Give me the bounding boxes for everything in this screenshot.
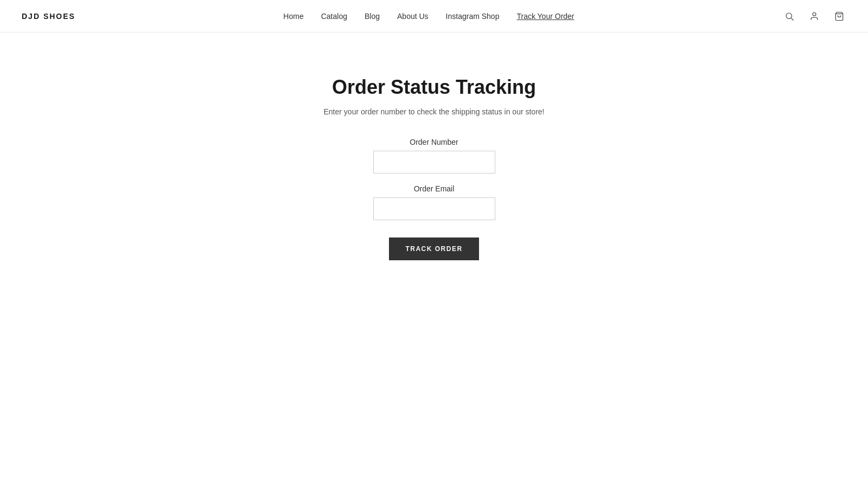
cart-button[interactable] xyxy=(832,9,846,23)
nav-about-us[interactable]: About Us xyxy=(397,12,429,21)
header: DJD SHOES Home Catalog Blog About Us Ins… xyxy=(0,0,868,33)
order-email-input[interactable] xyxy=(373,197,495,220)
main-content: Order Status Tracking Enter your order n… xyxy=(0,33,868,282)
search-button[interactable] xyxy=(782,9,796,23)
order-number-label: Order Number xyxy=(410,138,458,146)
cart-icon xyxy=(834,11,844,21)
nav-home[interactable]: Home xyxy=(283,12,303,21)
order-number-input[interactable] xyxy=(373,151,495,174)
order-email-group: Order Email xyxy=(315,184,553,220)
page-subtitle: Enter your order number to check the shi… xyxy=(324,107,545,116)
page-title: Order Status Tracking xyxy=(332,76,536,99)
nav-blog[interactable]: Blog xyxy=(365,12,380,21)
tracking-form: Order Number Order Email TRACK ORDER xyxy=(315,138,553,260)
svg-line-1 xyxy=(791,18,793,20)
header-icons xyxy=(782,9,846,23)
user-icon xyxy=(809,11,819,21)
search-icon xyxy=(784,11,794,21)
svg-point-0 xyxy=(786,13,792,19)
nav-catalog[interactable]: Catalog xyxy=(321,12,347,21)
track-order-button[interactable]: TRACK ORDER xyxy=(389,237,478,260)
login-button[interactable] xyxy=(807,9,821,23)
svg-point-2 xyxy=(813,12,816,16)
main-nav: Home Catalog Blog About Us Instagram Sho… xyxy=(283,12,574,21)
nav-track-your-order[interactable]: Track Your Order xyxy=(516,12,574,21)
order-number-group: Order Number xyxy=(315,138,553,174)
nav-instagram-shop[interactable]: Instagram Shop xyxy=(446,12,500,21)
order-email-label: Order Email xyxy=(414,184,455,193)
brand-logo[interactable]: DJD SHOES xyxy=(22,12,75,21)
